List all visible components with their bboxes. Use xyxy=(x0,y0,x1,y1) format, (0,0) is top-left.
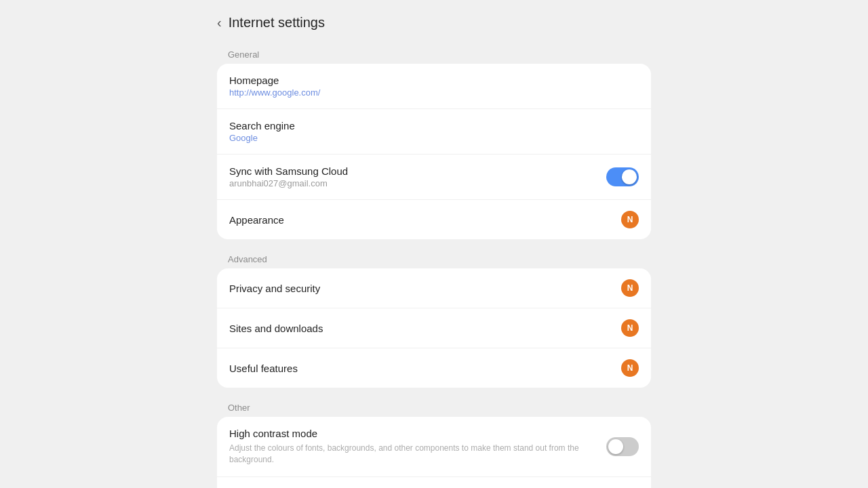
privacy-title: Privacy and security xyxy=(229,283,621,294)
sites-badge: N xyxy=(621,319,639,337)
homepage-subtitle: http://www.google.com/ xyxy=(229,87,639,98)
high-contrast-left: High contrast mode Adjust the colours of… xyxy=(229,428,606,466)
sync-subtitle: arunbhai027@gmail.com xyxy=(229,178,606,188)
page-title: Internet settings xyxy=(229,15,325,30)
appearance-title: Appearance xyxy=(229,214,621,226)
high-contrast-item[interactable]: High contrast mode Adjust the colours of… xyxy=(217,417,651,477)
search-engine-subtitle: Google xyxy=(229,133,639,143)
advanced-card: Privacy and security N Sites and downloa… xyxy=(217,268,651,388)
useful-badge: N xyxy=(621,359,639,377)
search-engine-title: Search engine xyxy=(229,120,639,131)
advanced-section-label: Advanced xyxy=(217,247,651,268)
sync-toggle[interactable] xyxy=(606,167,639,186)
sync-left: Sync with Samsung Cloud arunbhai027@gmai… xyxy=(229,165,606,188)
sync-title: Sync with Samsung Cloud xyxy=(229,165,606,177)
appearance-item[interactable]: Appearance N xyxy=(217,200,651,239)
useful-left: Useful features xyxy=(229,363,621,374)
high-contrast-title: High contrast mode xyxy=(229,428,606,439)
sites-left: Sites and downloads xyxy=(229,323,621,334)
contact-us-item[interactable]: Contact us xyxy=(217,477,651,488)
sites-title: Sites and downloads xyxy=(229,323,621,334)
appearance-left: Appearance xyxy=(229,214,621,226)
header: ‹ Internet settings xyxy=(217,7,651,43)
high-contrast-desc: Adjust the colours of fonts, backgrounds… xyxy=(229,443,606,466)
high-contrast-toggle[interactable] xyxy=(606,437,639,456)
other-card: High contrast mode Adjust the colours of… xyxy=(217,417,651,488)
sites-downloads-item[interactable]: Sites and downloads N xyxy=(217,308,651,348)
homepage-title: Homepage xyxy=(229,75,639,86)
search-engine-left: Search engine Google xyxy=(229,120,639,143)
useful-title: Useful features xyxy=(229,363,621,374)
general-card: Homepage http://www.google.com/ Search e… xyxy=(217,64,651,239)
other-section-label: Other xyxy=(217,396,651,417)
search-engine-item[interactable]: Search engine Google xyxy=(217,109,651,155)
section-general-label: General xyxy=(217,43,651,64)
sync-item[interactable]: Sync with Samsung Cloud arunbhai027@gmai… xyxy=(217,155,651,200)
appearance-badge: N xyxy=(621,211,639,228)
homepage-left: Homepage http://www.google.com/ xyxy=(229,75,639,98)
general-section-label: General xyxy=(217,43,651,64)
back-button[interactable]: ‹ xyxy=(217,15,222,30)
privacy-badge: N xyxy=(621,279,639,297)
homepage-item[interactable]: Homepage http://www.google.com/ xyxy=(217,64,651,109)
useful-features-item[interactable]: Useful features N xyxy=(217,348,651,388)
privacy-left: Privacy and security xyxy=(229,283,621,294)
privacy-security-item[interactable]: Privacy and security N xyxy=(217,268,651,308)
